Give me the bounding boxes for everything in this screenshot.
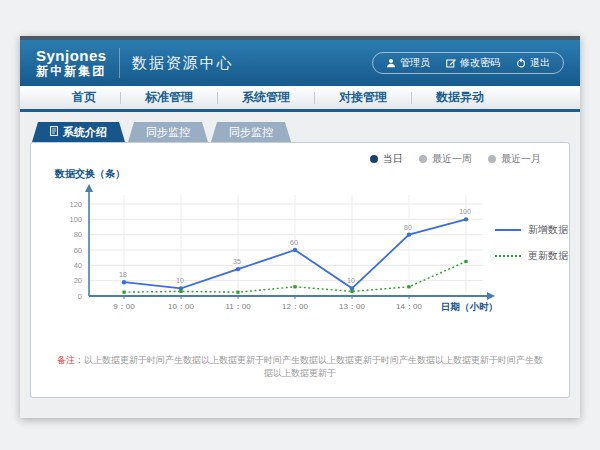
tab-sync-monitor-2[interactable]: 同步监控 [211,122,291,142]
data-point-label: 60 [290,239,298,246]
data-point [293,248,297,252]
x-tick-label: 11：00 [225,302,251,311]
nav-item-home[interactable]: 首页 [48,89,120,106]
legend-label: 更新数据 [528,249,568,263]
page-content: 系统介绍 同步监控 同步监控 当日 最近一周 [20,112,580,415]
power-icon [516,58,526,68]
tab-label: 同步监控 [146,122,190,142]
footnote-prefix: 备注： [57,355,84,365]
tab-label: 系统介绍 [63,122,107,142]
nav-item-data-change[interactable]: 数据异动 [412,89,508,106]
data-point [236,291,239,294]
y-tick-label: 120 [69,200,82,209]
y-axis-arrow [85,184,93,192]
company-logo: Synjones 新中新集团 [36,48,120,78]
line-chart: 0204060801001209：0010：0011：0012：0013：001… [43,163,583,325]
data-point [122,280,126,284]
data-point [407,232,411,236]
nav-item-system-mgmt[interactable]: 系统管理 [218,89,314,106]
data-point [464,217,468,221]
y-tick-label: 20 [74,276,82,285]
data-point [407,285,410,288]
app-title: 数据资源中心 [132,54,234,73]
tab-sync-monitor-1[interactable]: 同步监控 [128,122,208,142]
y-tick-label: 80 [74,230,82,239]
tab-system-intro[interactable]: 系统介绍 [32,122,125,142]
data-point [179,290,182,293]
x-tick-label: 10：00 [168,302,194,311]
tab-bar: 系统介绍 同步监控 同步监控 [32,122,291,142]
data-point [293,285,296,288]
x-tick-label: 13：00 [339,302,365,311]
x-axis-arrow [487,292,495,300]
logo-brand-text: Synjones [36,48,107,65]
main-navigation: 首页 标准管理 系统管理 对接管理 数据异动 [20,86,580,112]
y-tick-label: 0 [78,292,82,301]
radio-dot [488,155,496,163]
nav-item-standard-mgmt[interactable]: 标准管理 [121,89,217,106]
app-window: Synjones 新中新集团 数据资源中心 管理员 修改密码 退出 [20,36,580,418]
change-password-button[interactable]: 修改密码 [446,56,500,70]
document-icon [50,122,58,142]
logout-button[interactable]: 退出 [516,56,550,70]
nav-item-interface-mgmt[interactable]: 对接管理 [315,89,411,106]
logout-label: 退出 [530,56,550,70]
footnote: 备注：以上数据更新于时间产生数据以上数据更新于时间产生数据以上数据更新于时间产生… [31,354,569,380]
data-point [350,290,353,293]
data-point [122,291,125,294]
footnote-text: 以上数据更新于时间产生数据以上数据更新于时间产生数据以上数据更新于时间产生数据以… [84,355,543,378]
legend-item-updated-data[interactable]: 更新数据 [495,249,568,263]
legend-label: 新增数据 [528,223,568,237]
y-axis-title: 数据交换（条） [54,168,125,179]
chart-panel: 当日 最近一周 最近一月 0204060801001209：0010：0011：… [30,142,570,398]
data-point-label: 35 [233,258,241,265]
user-icon [386,58,396,68]
y-tick-label: 40 [74,261,82,270]
x-tick-label: 12：00 [282,302,308,311]
data-point [464,260,467,263]
data-point-label: 18 [119,271,127,278]
user-toolbar: 管理员 修改密码 退出 [372,52,564,74]
data-point-label: 10 [176,277,184,284]
y-tick-label: 100 [69,215,82,224]
x-axis-title: 日期（小时） [441,301,498,313]
legend-item-new-data[interactable]: 新增数据 [495,223,568,237]
data-point-label: 80 [404,224,412,231]
tab-label: 同步监控 [229,122,273,142]
top-header-bar: Synjones 新中新集团 数据资源中心 管理员 修改密码 退出 [20,40,580,86]
edit-icon [446,58,456,68]
radio-dot [370,155,378,163]
user-label: 管理员 [400,56,430,70]
chart-legend: 新增数据 更新数据 [495,223,568,263]
user-button[interactable]: 管理员 [386,56,430,70]
data-point [236,267,240,271]
data-point-label: 10 [347,277,355,284]
logo-company-name: 新中新集团 [36,65,107,78]
y-tick-label: 60 [74,246,82,255]
radio-dot [419,155,427,163]
change-password-label: 修改密码 [460,56,500,70]
data-point-label: 100 [459,208,471,215]
legend-line-dotted-icon [495,255,521,257]
legend-line-solid-icon [495,229,521,231]
x-tick-label: 9：00 [113,302,135,311]
x-tick-label: 14：00 [396,302,422,311]
